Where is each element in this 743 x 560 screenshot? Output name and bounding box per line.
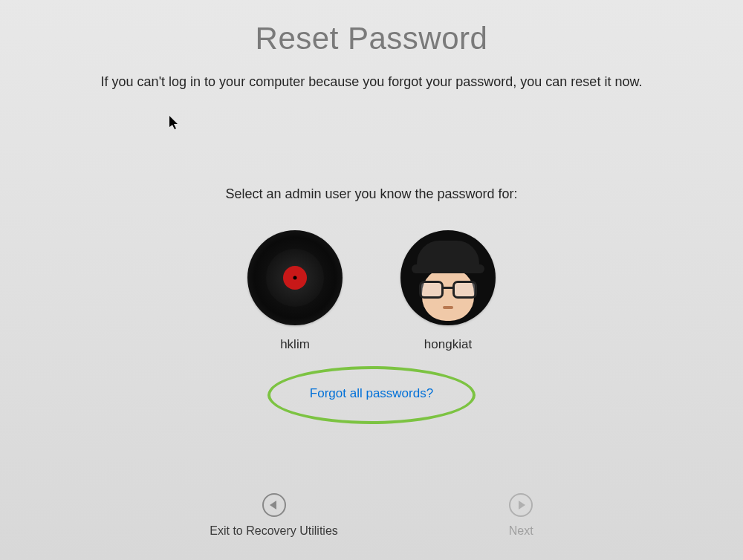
user-option[interactable]: hklim [247,230,343,352]
arrow-left-circle-icon [262,493,286,517]
page-subtitle: If you can't log in to your computer bec… [0,74,743,90]
avatar-memoji-icon [400,230,496,325]
avatar-vinyl-icon [247,230,343,325]
arrow-right-circle-icon [509,493,533,517]
next-label: Next [509,524,533,538]
cursor-icon [169,116,180,132]
select-admin-label: Select an admin user you know the passwo… [0,186,743,202]
forgot-all-passwords-link[interactable]: Forgot all passwords? [273,370,470,417]
footer-nav: Exit to Recovery Utilities Next [0,493,743,538]
user-list: hklim hongkiat [0,230,743,352]
exit-recovery-label: Exit to Recovery Utilities [210,524,338,538]
next-button: Next [509,493,533,538]
page-title: Reset Password [0,21,743,56]
user-option[interactable]: hongkiat [400,230,496,352]
exit-recovery-button[interactable]: Exit to Recovery Utilities [210,493,338,538]
user-name-label: hongkiat [424,337,472,352]
user-name-label: hklim [280,337,310,352]
